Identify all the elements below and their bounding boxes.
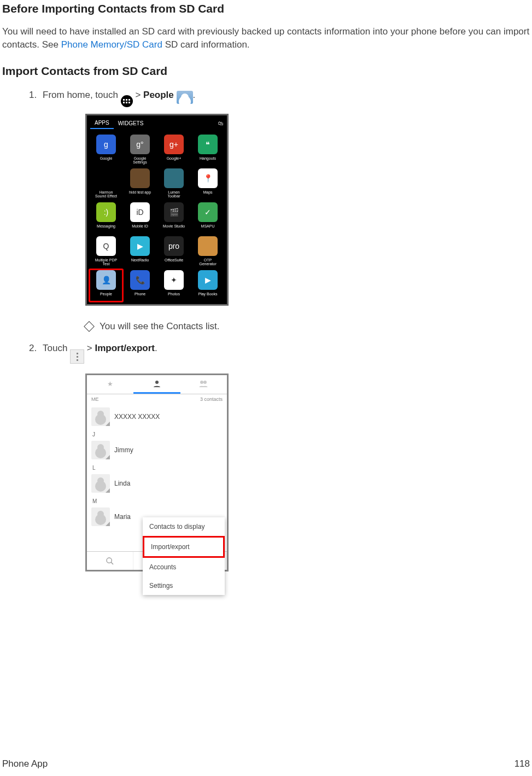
step2-pre: Touch xyxy=(43,343,70,353)
menu-overflow-icon xyxy=(70,349,84,364)
svg-point-2 xyxy=(203,381,207,384)
contact-item: XXXXX XXXXX xyxy=(87,404,227,429)
avatar xyxy=(91,441,110,459)
highlight-people-app xyxy=(89,269,124,302)
app-google: gGoogle xyxy=(89,133,123,166)
app-nextradio: ▶NextRadio xyxy=(123,235,157,268)
app-harmon-sound-effect: Harmon Sound Effect xyxy=(89,167,123,200)
step-1: From home, touch > People . APPS WIDGETS… xyxy=(39,90,530,332)
svg-point-1 xyxy=(200,381,203,384)
contact-name: Linda xyxy=(114,480,130,487)
step2-gt: > xyxy=(84,343,95,353)
tab-groups xyxy=(180,375,227,394)
intro-text-2: SD card information. xyxy=(162,39,250,50)
svg-point-0 xyxy=(155,381,159,384)
apps-grid-icon xyxy=(121,95,133,107)
step1-pre: From home, touch xyxy=(43,90,121,100)
app-play-books: ▶Play Books xyxy=(191,269,225,302)
contact-name: XXXXX XXXXX xyxy=(114,413,160,421)
overflow-menu: Contacts to displayImport/exportAccounts… xyxy=(143,517,225,595)
step-2: Touch > Import/export. ★ ME 3 contacts X… xyxy=(39,343,530,572)
heading-before: Before Importing Contacts from SD Card xyxy=(2,2,530,15)
avatar xyxy=(91,407,110,426)
contact-item: Jimmy xyxy=(87,437,227,463)
avatar xyxy=(91,507,110,526)
app-messaging: :)Messaging xyxy=(89,201,123,234)
footer-right: 118 xyxy=(515,759,530,769)
intro-paragraph: You will need to have installed an SD ca… xyxy=(2,25,530,51)
section-letter: M xyxy=(87,496,227,504)
app-google+: g+Google+ xyxy=(157,133,191,166)
section-letter: J xyxy=(87,429,227,437)
shop-icon: 🛍 xyxy=(218,120,224,126)
me-label: ME xyxy=(91,396,99,402)
svg-point-3 xyxy=(107,558,112,563)
link-phone-memory[interactable]: Phone Memory/SD Card xyxy=(61,39,162,50)
screenshot-contacts-list: ★ ME 3 contacts XXXXX XXXXXJJimmyLLindaM… xyxy=(85,374,229,571)
app-officesuite: proOfficeSuite xyxy=(157,235,191,268)
tab-all-contacts xyxy=(133,375,180,394)
step2-period: . xyxy=(155,343,157,353)
app-multiple-pdp-test: QMultiple PDP Test xyxy=(89,235,123,268)
app-hangouts: ❝Hangouts xyxy=(191,133,225,166)
tab-apps: APPS xyxy=(90,118,114,129)
contact-name: Jimmy xyxy=(114,446,133,454)
step2-label: Import/export xyxy=(95,343,155,353)
step1-people: People xyxy=(143,90,174,100)
screenshot-app-drawer: APPS WIDGETS 🛍 gGoogleg°Google Settingsg… xyxy=(85,114,229,306)
svg-line-4 xyxy=(111,562,113,564)
contacts-count: 3 contacts xyxy=(200,396,223,402)
app-phone: 📞Phone xyxy=(123,269,157,302)
step1-gt: > xyxy=(133,90,143,100)
footer-left: Phone App xyxy=(2,759,48,769)
people-app-icon xyxy=(177,91,193,104)
app-msapu: ✓MSAPU xyxy=(191,201,225,234)
app-lumen-toolbar: Lumen Toolbar xyxy=(157,167,191,200)
app-photos: ✦Photos xyxy=(157,269,191,302)
contact-item: Linda xyxy=(87,471,227,496)
tab-favorites: ★ xyxy=(87,375,133,394)
tab-widgets: WIDGETS xyxy=(114,118,148,129)
heading-import: Import Contacts from SD Card xyxy=(2,65,530,78)
app-google-settings: g°Google Settings xyxy=(123,133,157,166)
section-letter: L xyxy=(87,463,227,471)
avatar xyxy=(91,474,110,493)
menu-item-settings: Settings xyxy=(143,576,225,595)
menu-item-contacts-to-display: Contacts to display xyxy=(143,517,225,536)
app-maps: 📍Maps xyxy=(191,167,225,200)
menu-item-import-export: Import/export xyxy=(143,536,225,558)
note-contacts-list: You will see the Contacts list. xyxy=(100,321,220,332)
app-hidd-test-app: hidd test app xyxy=(123,167,157,200)
app-movie-studio: 🎬Movie Studio xyxy=(157,201,191,234)
app-otp-generator: OTP Generator xyxy=(191,235,225,268)
search-icon xyxy=(87,552,133,570)
contact-name: Maria xyxy=(114,513,131,521)
menu-item-accounts: Accounts xyxy=(143,558,225,576)
bullet-icon xyxy=(84,321,95,332)
app-mobile-id: iDMobile ID xyxy=(123,201,157,234)
step1-period: . xyxy=(193,90,196,100)
